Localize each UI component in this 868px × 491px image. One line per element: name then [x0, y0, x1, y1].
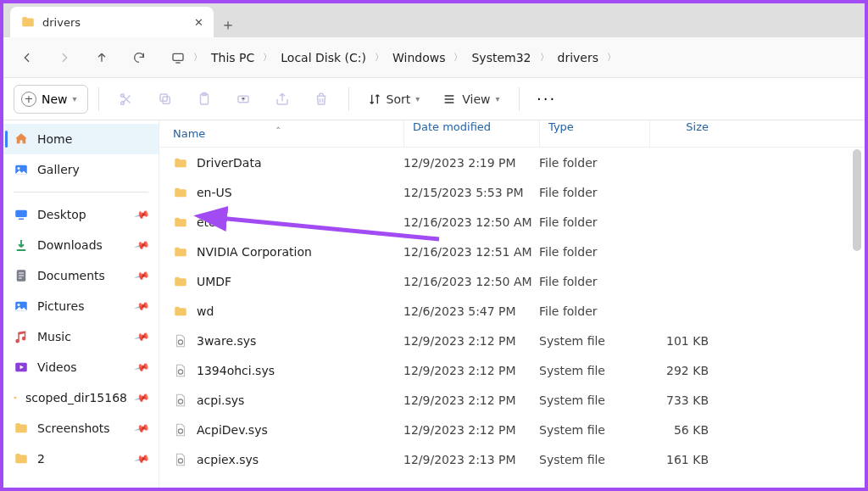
new-button[interactable]: + New ▾: [14, 85, 88, 114]
svg-rect-11: [19, 219, 24, 220]
new-label: New: [42, 92, 68, 106]
chevron-right-icon[interactable]: 〉: [605, 51, 618, 64]
sidebar-item-gallery[interactable]: Gallery: [3, 154, 159, 185]
file-name: en-US: [197, 186, 232, 199]
crumb-this-pc[interactable]: This PC: [206, 47, 259, 68]
file-type: System file: [539, 453, 649, 466]
file-date: 12/16/2023 12:50 AM: [403, 275, 539, 288]
table-row[interactable]: acpi.sys12/9/2023 2:12 PMSystem file733 …: [159, 385, 865, 415]
chevron-right-icon[interactable]: 〉: [192, 51, 204, 64]
crumb-system32[interactable]: System32: [466, 47, 536, 68]
view-button[interactable]: View ▾: [433, 85, 508, 114]
chevron-right-icon[interactable]: 〉: [538, 51, 551, 64]
new-tab-button[interactable]: ＋: [214, 12, 242, 37]
more-button[interactable]: ···: [530, 85, 564, 114]
tab-bar: drivers ✕ ＋: [3, 3, 865, 37]
table-row[interactable]: DriverData12/9/2023 2:19 PMFile folder: [159, 148, 865, 177]
scrollbar[interactable]: [851, 149, 863, 486]
file-type: File folder: [539, 215, 649, 229]
table-row[interactable]: acpiex.sys12/9/2023 2:13 PMSystem file16…: [159, 444, 865, 474]
col-type[interactable]: Type: [539, 120, 649, 148]
folder-icon: [173, 244, 188, 259]
sidebar-divider: [14, 192, 148, 192]
close-icon[interactable]: ✕: [194, 16, 203, 29]
sidebar-label: Videos: [37, 360, 77, 374]
sidebar-item[interactable]: 2📌: [3, 444, 159, 474]
tab-title: drivers: [42, 16, 81, 29]
table-row[interactable]: etc12/16/2023 12:50 AMFile folder: [159, 207, 865, 237]
file-name: UMDF: [197, 275, 231, 288]
sidebar-item-home[interactable]: Home: [3, 124, 159, 154]
share-button[interactable]: [265, 85, 299, 114]
crumb-local-disk[interactable]: Local Disk (C:): [275, 47, 371, 68]
sidebar-item[interactable]: Desktop📌: [3, 199, 159, 230]
file-date: 12/9/2023 2:12 PM: [403, 364, 539, 377]
sidebar-item[interactable]: Videos📌: [3, 352, 159, 382]
folder-icon: [173, 304, 188, 319]
docs-icon: [14, 268, 29, 283]
table-row[interactable]: 1394ohci.sys12/9/2023 2:12 PMSystem file…: [159, 355, 865, 385]
sidebar-label: Pictures: [37, 299, 84, 313]
table-row[interactable]: en-US12/15/2023 5:53 PMFile folder: [159, 177, 865, 207]
file-name: wd: [197, 304, 214, 318]
sidebar-label: scoped_dir15168: [25, 391, 127, 405]
sidebar-item[interactable]: Documents📌: [3, 260, 159, 291]
svg-point-9: [18, 167, 20, 170]
window-tab[interactable]: drivers ✕: [10, 7, 214, 37]
crumb-windows[interactable]: Windows: [387, 47, 451, 68]
file-type: System file: [539, 423, 649, 437]
chevron-right-icon[interactable]: 〉: [261, 51, 274, 64]
chevron-right-icon[interactable]: 〉: [373, 51, 386, 64]
sysfile-icon: [173, 333, 188, 349]
table-row[interactable]: 3ware.sys12/9/2023 2:12 PMSystem file101…: [159, 326, 865, 355]
column-headers: Name⌃ Date modified Type Size: [159, 120, 865, 148]
copy-button[interactable]: [148, 85, 182, 114]
file-date: 12/9/2023 2:12 PM: [403, 393, 539, 407]
sidebar: Home Gallery Desktop📌Downloads📌Documents…: [3, 120, 159, 488]
sidebar-item[interactable]: Pictures📌: [3, 291, 159, 321]
refresh-button[interactable]: [122, 41, 156, 75]
file-type: File folder: [539, 245, 649, 259]
sidebar-item[interactable]: Screenshots📌: [3, 413, 159, 444]
svg-rect-10: [15, 210, 27, 217]
folder-icon: [14, 451, 29, 466]
sidebar-label: Desktop: [37, 208, 86, 221]
table-row[interactable]: wd12/6/2023 5:47 PMFile folder: [159, 296, 865, 326]
rename-button[interactable]: [226, 85, 260, 114]
col-date[interactable]: Date modified: [403, 120, 539, 148]
sort-asc-icon: ⌃: [275, 126, 281, 135]
chevron-right-icon[interactable]: 〉: [452, 51, 465, 64]
window-frame: drivers ✕ ＋ 〉 This PC 〉 Local Disk (C:) …: [0, 0, 868, 491]
sidebar-item[interactable]: Music📌: [3, 321, 159, 352]
crumb-drivers[interactable]: drivers: [553, 47, 604, 68]
file-date: 12/9/2023 2:19 PM: [403, 156, 539, 170]
col-size[interactable]: Size: [649, 120, 734, 148]
table-row[interactable]: NVIDIA Corporation12/16/2023 12:51 AMFil…: [159, 237, 865, 266]
delete-button[interactable]: [304, 85, 338, 114]
pin-icon: 📌: [134, 237, 151, 254]
file-type: System file: [539, 393, 649, 407]
sidebar-label: 2: [37, 452, 45, 466]
pc-icon[interactable]: [166, 41, 190, 75]
scroll-thumb[interactable]: [853, 149, 861, 251]
sidebar-item[interactable]: Downloads📌: [3, 230, 159, 260]
folder-icon: [20, 14, 36, 30]
cut-button[interactable]: [109, 85, 143, 114]
table-row[interactable]: AcpiDev.sys12/9/2023 2:12 PMSystem file5…: [159, 415, 865, 444]
table-row[interactable]: UMDF12/16/2023 12:50 AMFile folder: [159, 266, 865, 296]
sidebar-item[interactable]: scoped_dir15168📌: [3, 382, 159, 413]
sort-button[interactable]: Sort ▾: [359, 85, 429, 114]
folder-icon: [173, 155, 188, 170]
back-button[interactable]: [10, 41, 44, 75]
svg-rect-4: [160, 94, 167, 101]
forward-button[interactable]: [47, 41, 81, 75]
col-name[interactable]: Name⌃: [173, 127, 403, 140]
sysfile-icon: [173, 363, 188, 378]
separator: [98, 87, 99, 111]
file-list: Name⌃ Date modified Type Size DriverData…: [159, 120, 865, 488]
file-size: 101 KB: [649, 334, 734, 348]
paste-button[interactable]: [187, 85, 221, 114]
content-area: Home Gallery Desktop📌Downloads📌Documents…: [3, 120, 865, 488]
up-button[interactable]: [85, 41, 119, 75]
file-date: 12/16/2023 12:50 AM: [403, 215, 539, 229]
